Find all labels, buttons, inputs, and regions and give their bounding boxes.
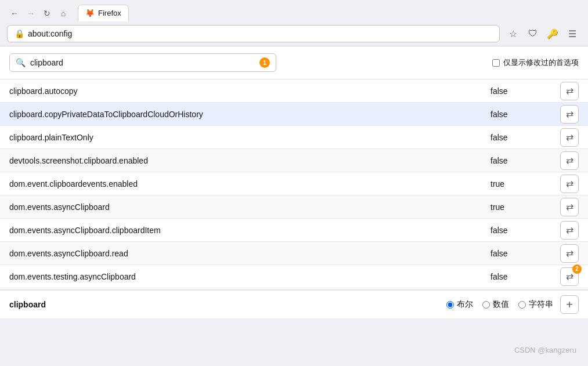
pref-row: dom.events.asyncClipboardtrue⇄ (0, 195, 588, 219)
address-bar[interactable]: 🔒 about:config (7, 25, 500, 42)
radio-number-label: 数值 (493, 299, 509, 310)
radio-string-input[interactable] (518, 301, 526, 309)
pref-toggle-button[interactable]: ⇄ (560, 128, 579, 147)
shield-button[interactable]: 🛡 (524, 25, 542, 42)
tab-bar: ← → ↻ ⌂ 🦊 Firefox (0, 0, 588, 21)
address-text: about:config (28, 29, 72, 38)
search-badge: 1 (259, 57, 270, 68)
pref-badge: 2 (572, 264, 582, 274)
pref-toggle-button[interactable]: ⇄2 (560, 267, 579, 286)
pref-name: dom.event.clipboardevents.enabled (9, 173, 490, 194)
pref-toggle-button[interactable]: ⇄ (560, 198, 579, 216)
prefs-list: clipboard.autocopyfalse⇄clipboard.copyPr… (0, 79, 588, 288)
pref-value: false (490, 86, 560, 96)
pref-name: dom.events.asyncClipboard (9, 197, 490, 218)
pref-value: false (490, 226, 560, 235)
watermark: CSDN @kangzeru (514, 346, 576, 354)
pref-row: dom.events.asyncClipboard.clipboardItemf… (0, 219, 588, 242)
pref-row: devtools.screenshot.clipboard.enabledfal… (0, 149, 588, 172)
content-area: 🔍 1 仅显示修改过的首选项 clipboard.autocopyfalse⇄c… (0, 46, 588, 318)
pref-value: false (490, 133, 560, 142)
show-modified-label[interactable]: 仅显示修改过的首选项 (492, 57, 579, 68)
pref-value: false (490, 156, 560, 165)
pref-row: clipboard.copyPrivateDataToClipboardClou… (0, 103, 588, 126)
radio-group: 布尔 数值 字符串 (446, 299, 553, 310)
active-tab[interactable]: 🦊 Firefox (78, 5, 129, 21)
pref-toggle-button[interactable]: ⇄ (560, 151, 579, 170)
add-pref-row: clipboard 布尔 数值 字符串 + (0, 289, 588, 318)
home-button[interactable]: ⌂ (56, 6, 71, 21)
pref-value: false (490, 249, 560, 258)
back-button[interactable]: ← (7, 6, 22, 21)
pref-toggle-button[interactable]: ⇄ (560, 175, 579, 193)
radio-string-label: 字符串 (529, 299, 553, 310)
search-input-wrap[interactable]: 🔍 1 (9, 53, 276, 72)
pref-value: false (490, 110, 560, 119)
reload-button[interactable]: ↻ (39, 6, 55, 21)
pref-row: dom.event.clipboardevents.enabledtrue⇄ (0, 172, 588, 195)
pref-toggle-button[interactable]: ⇄ (560, 105, 579, 124)
address-bar-row: 🔒 about:config ☆ 🛡 🔑 ☰ (0, 21, 588, 46)
pref-toggle-button[interactable]: ⇄ (560, 82, 579, 100)
pref-name: clipboard.copyPrivateDataToClipboardClou… (9, 104, 490, 125)
pref-name: devtools.screenshot.clipboard.enabled (9, 150, 490, 171)
bitwarden-button[interactable]: 🔑 (544, 25, 561, 42)
search-section: 🔍 1 仅显示修改过的首选项 (0, 46, 588, 79)
pref-value: true (490, 202, 560, 212)
radio-bool-label: 布尔 (457, 299, 473, 310)
pref-row: dom.events.testing.asyncClipboardfalse⇄2 (0, 265, 588, 288)
pref-value: false (490, 272, 560, 281)
pref-value: true (490, 179, 560, 189)
pref-toggle-button[interactable]: ⇄ (560, 221, 579, 240)
pref-name: dom.events.testing.asyncClipboard (9, 266, 490, 287)
search-input[interactable] (30, 58, 255, 67)
nav-buttons: ← → ↻ ⌂ (7, 6, 71, 21)
toolbar-icons: ☆ 🛡 🔑 ☰ (504, 25, 581, 42)
browser-chrome: ← → ↻ ⌂ 🦊 Firefox 🔒 about:config ☆ 🛡 🔑 ☰ (0, 0, 588, 46)
pref-name: dom.events.asyncClipboard.clipboardItem (9, 220, 490, 241)
new-pref-name: clipboard (9, 300, 439, 309)
radio-bool-input[interactable] (446, 301, 454, 309)
bookmark-button[interactable]: ☆ (504, 25, 522, 42)
menu-button[interactable]: ☰ (564, 25, 581, 42)
add-pref-button[interactable]: + (560, 295, 579, 314)
pref-row: clipboard.autocopyfalse⇄ (0, 79, 588, 103)
pref-toggle-button[interactable]: ⇄ (560, 244, 579, 263)
forward-button[interactable]: → (23, 6, 38, 21)
radio-string[interactable]: 字符串 (518, 299, 553, 310)
radio-number[interactable]: 数值 (482, 299, 509, 310)
firefox-logo-icon: 🦊 (85, 9, 95, 17)
pref-row: dom.events.asyncClipboard.readfalse⇄ (0, 242, 588, 265)
pref-row: clipboard.plainTextOnlyfalse⇄ (0, 126, 588, 149)
lock-icon: 🔒 (15, 29, 24, 38)
search-icon: 🔍 (16, 58, 26, 67)
radio-number-input[interactable] (482, 301, 490, 309)
radio-bool[interactable]: 布尔 (446, 299, 473, 310)
pref-name: clipboard.plainTextOnly (9, 127, 490, 148)
show-modified-checkbox[interactable] (492, 59, 500, 67)
pref-name: clipboard.autocopy (9, 81, 490, 102)
tab-label: Firefox (98, 9, 121, 17)
pref-name: dom.events.asyncClipboard.read (9, 243, 490, 264)
